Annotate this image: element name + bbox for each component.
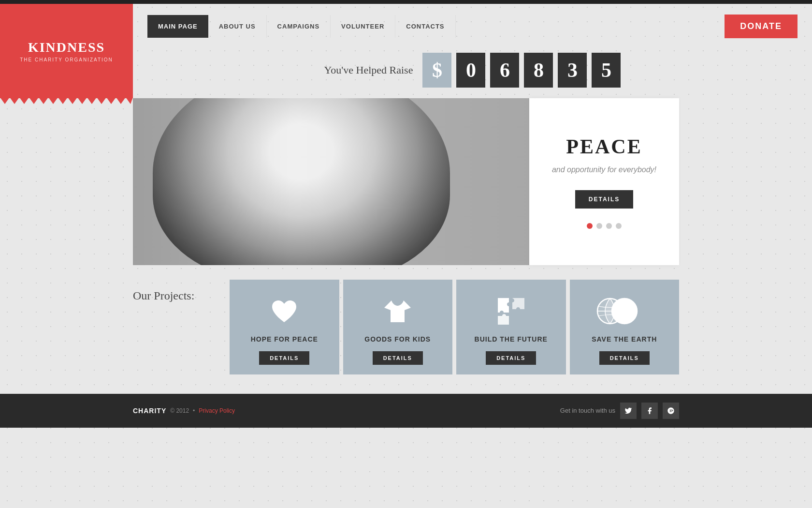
googleplus-button[interactable]	[663, 403, 679, 419]
project-details-earth[interactable]: DETAILS	[599, 351, 650, 365]
project-name-goods: GOODS FOR KIDS	[364, 335, 431, 344]
project-card-goods: GOODS FOR KIDS DETAILS	[343, 280, 453, 374]
slide-title: PEACE	[566, 135, 642, 158]
top-bar	[0, 0, 812, 4]
footer-right: Get in touch with us	[560, 403, 679, 419]
slide-dot-2[interactable]	[596, 223, 602, 229]
footer-left: CHARITY © 2012 • Privacy Policy	[133, 407, 235, 415]
project-details-build[interactable]: DETAILS	[486, 351, 536, 365]
counter-digit-3: 3	[558, 53, 587, 88]
footer-copyright: © 2012	[170, 407, 189, 414]
donate-button[interactable]: DONATE	[725, 15, 798, 38]
counter-dollar: $	[422, 53, 451, 88]
slide-dot-4[interactable]	[616, 223, 622, 229]
counter-digit-0: 0	[456, 53, 485, 88]
footer-social-label: Get in touch with us	[560, 407, 615, 414]
projects-grid: HOPE FOR PEACE DETAILS GOODS FOR KIDS DE…	[230, 280, 679, 374]
slide-dot-1[interactable]	[587, 223, 593, 229]
slide-details-button[interactable]: DETAILS	[575, 190, 633, 209]
header: KINDNESS THE CHARITY ORGANIZATION MAIN P…	[0, 4, 812, 98]
nav-campaigns[interactable]: CAMPAIGNS	[267, 15, 331, 38]
logo-title: KINDNESS	[28, 40, 105, 55]
nav-bar: MAIN PAGE ABOUT US CAMPAIGNS VOLUNTEER C…	[147, 15, 798, 38]
counter-row: You've Helped Raise $ 0 6 8 3 5	[147, 38, 798, 97]
project-card-earth: SAVE THE EARTH DETAILS	[570, 280, 680, 374]
child-face-graphic	[133, 98, 529, 265]
project-name-build: BUILD THE FUTURE	[475, 335, 548, 344]
heart-icon	[267, 294, 301, 328]
main-content: PEACE and opportunity for everybody! DET…	[0, 98, 812, 394]
logo-subtitle: THE CHARITY ORGANIZATION	[20, 57, 113, 62]
footer: CHARITY © 2012 • Privacy Policy Get in t…	[0, 394, 812, 428]
footer-brand: CHARITY	[133, 407, 166, 415]
slide-dot-3[interactable]	[606, 223, 612, 229]
logo-block[interactable]: KINDNESS THE CHARITY ORGANIZATION	[0, 4, 133, 98]
hero-section: PEACE and opportunity for everybody! DET…	[133, 98, 679, 265]
projects-section: Our Projects: HOPE FOR PEACE DETAILS	[133, 280, 679, 394]
project-details-hope[interactable]: DETAILS	[259, 351, 309, 365]
counter-digit-4: 5	[592, 53, 621, 88]
footer-privacy-link[interactable]: Privacy Policy	[199, 407, 235, 414]
counter-label: You've Helped Raise	[324, 64, 413, 76]
counter-digit-1: 6	[490, 53, 519, 88]
nav-main-page[interactable]: MAIN PAGE	[147, 15, 208, 38]
tshirt-icon	[381, 294, 415, 328]
project-card-build: BUILD THE FUTURE DETAILS	[456, 280, 566, 374]
facebook-button[interactable]	[641, 403, 658, 419]
puzzle-icon	[494, 294, 528, 328]
hero-image	[133, 98, 529, 265]
footer-bullet: •	[193, 407, 195, 414]
slide-subtitle: and opportunity for everybody!	[552, 164, 656, 176]
projects-label: Our Projects:	[133, 280, 220, 302]
project-details-goods[interactable]: DETAILS	[373, 351, 423, 365]
hero-info-panel: PEACE and opportunity for everybody! DET…	[529, 98, 679, 265]
project-card-hope: HOPE FOR PEACE DETAILS	[230, 280, 339, 374]
earth-icon	[608, 294, 641, 328]
twitter-button[interactable]	[620, 403, 637, 419]
project-name-earth: SAVE THE EARTH	[592, 335, 657, 344]
slide-dots	[587, 223, 622, 229]
nav-volunteer[interactable]: VOLUNTEER	[331, 15, 395, 38]
nav-about-us[interactable]: ABOUT US	[208, 15, 267, 38]
nav-area: MAIN PAGE ABOUT US CAMPAIGNS VOLUNTEER C…	[133, 4, 812, 98]
counter-digit-2: 8	[524, 53, 553, 88]
nav-contacts[interactable]: CONTACTS	[395, 15, 455, 38]
project-name-hope: HOPE FOR PEACE	[251, 335, 318, 344]
